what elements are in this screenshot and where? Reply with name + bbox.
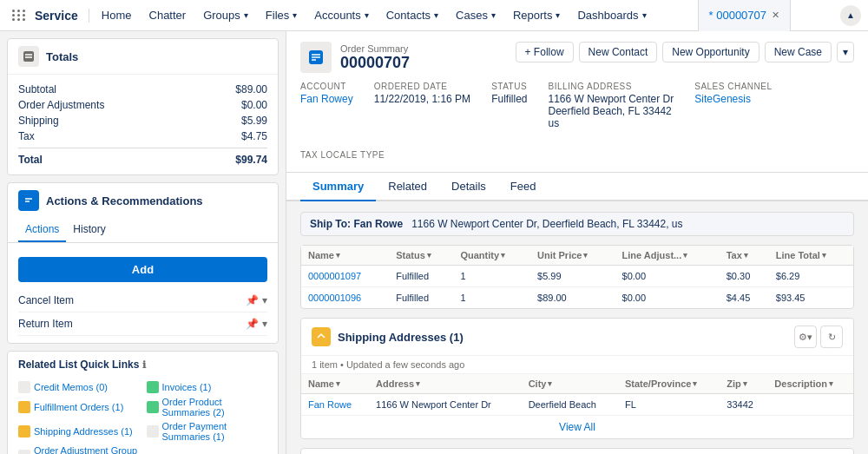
sort-icon: ▾ — [583, 251, 588, 260]
shipping-col-header[interactable]: Name ▾ — [301, 374, 369, 394]
quick-link-icon — [18, 450, 30, 454]
shipping-cell[interactable]: Fan Rowe — [301, 394, 369, 416]
totals-row: Tax$4.75 — [18, 128, 267, 144]
nav-item-groups[interactable]: Groups▾ — [194, 0, 257, 31]
pin-icon-2[interactable]: 📌 — [246, 318, 259, 330]
shipping-col-header[interactable]: Address ▾ — [369, 374, 522, 394]
close-tab-icon[interactable]: ✕ — [772, 10, 779, 21]
add-button[interactable]: Add — [18, 257, 267, 282]
refresh-icon-btn[interactable]: ↻ — [820, 326, 843, 348]
quick-link-item[interactable]: Order Adjustment Group Summaries (0) — [18, 445, 140, 454]
quick-link-item[interactable]: Invoices (1) — [147, 381, 268, 393]
totals-value: $5.99 — [241, 115, 267, 127]
order-item-cell[interactable]: 0000001096 — [301, 287, 389, 309]
quick-link-item[interactable]: Order Product Summaries (2) — [147, 397, 268, 418]
nav-item-reports[interactable]: Reports▾ — [504, 0, 569, 31]
sort-icon: ▾ — [743, 379, 747, 388]
quick-link-label: Invoices (1) — [162, 382, 212, 392]
nav-item-accounts[interactable]: Accounts▾ — [306, 0, 377, 31]
order-item-cell: $5.99 — [530, 266, 615, 287]
order-item-link[interactable]: 0000001096 — [308, 293, 361, 303]
order-items-col-header[interactable]: Tax ▾ — [720, 246, 769, 266]
new-opportunity-button[interactable]: New Opportunity — [662, 42, 759, 63]
cancel-label: Cancel Item — [18, 294, 74, 306]
grid-icon[interactable] — [7, 0, 31, 31]
app-name: Service — [31, 9, 89, 23]
quick-link-item[interactable]: Order Payment Summaries (1) — [147, 421, 268, 442]
order-items-col-header[interactable]: Line Adjust... ▾ — [615, 246, 720, 266]
nav-item-files[interactable]: Files▾ — [257, 0, 306, 31]
total-row: Total$99.74 — [18, 148, 267, 168]
user-avatar[interactable]: ▲ — [840, 5, 861, 26]
pin-icon[interactable]: 📌 — [246, 294, 259, 306]
quick-links-card: Related List Quick Links ℹ Credit Memos … — [7, 351, 279, 454]
quick-link-icon — [18, 381, 30, 393]
new-contact-button[interactable]: New Contact — [579, 42, 658, 63]
actions-tabs: Actions History — [8, 218, 278, 243]
quick-link-item[interactable]: Credit Memos (0) — [18, 381, 140, 393]
follow-button[interactable]: + Follow — [516, 42, 574, 63]
tab-actions[interactable]: Actions — [18, 218, 66, 242]
totals-title: Totals — [46, 50, 78, 63]
order-item-cell[interactable]: 0000001097 — [301, 266, 389, 287]
nav-item-home[interactable]: Home — [93, 0, 141, 31]
meta-group: Tax Locale Type — [300, 150, 385, 161]
meta-label: Sales Channel — [694, 82, 772, 91]
nav-item-chatter[interactable]: Chatter — [141, 0, 195, 31]
sort-icon: ▾ — [744, 251, 748, 260]
shipping-col-header[interactable]: Description ▾ — [767, 374, 853, 394]
shipping-col-header[interactable]: Zip ▾ — [720, 374, 767, 394]
order-items-col-header[interactable]: Status ▾ — [389, 246, 453, 266]
order-items-col-header[interactable]: Line Total ▾ — [769, 246, 853, 266]
more-actions-button[interactable]: ▾ — [837, 42, 854, 63]
order-item-cell: 1 — [453, 287, 530, 309]
new-case-button[interactable]: New Case — [765, 42, 832, 63]
order-item-cell: $0.00 — [615, 287, 720, 309]
order-items-col-header[interactable]: Quantity ▾ — [453, 246, 530, 266]
top-nav: Service HomeChatterGroups▾Files▾Accounts… — [0, 0, 868, 31]
meta-value: Fulfilled — [491, 93, 527, 105]
order-header: Order Summary 00000707 + Follow New Cont… — [286, 31, 868, 173]
tab-details[interactable]: Details — [439, 173, 498, 201]
meta-value[interactable]: Fan Rowey — [300, 93, 353, 105]
order-items-col-header[interactable]: Unit Price ▾ — [530, 246, 615, 266]
shipping-cell: 1166 W Newport Center Dr — [369, 394, 522, 416]
shipping-row: Fan Rowe1166 W Newport Center DrDeerfiel… — [301, 394, 853, 416]
totals-row: Order Adjustments$0.00 — [18, 97, 267, 113]
nav-item-contacts[interactable]: Contacts▾ — [378, 0, 447, 31]
order-items-col-header[interactable]: Name ▾ — [301, 246, 389, 266]
nav-item-cases[interactable]: Cases▾ — [447, 0, 504, 31]
sort-icon: ▾ — [822, 251, 826, 260]
chevron-down-icon-2[interactable]: ▾ — [262, 318, 267, 330]
quick-link-item[interactable]: Fulfillment Orders (1) — [18, 397, 140, 418]
tab-summary[interactable]: Summary — [300, 173, 376, 201]
tab-related[interactable]: Related — [376, 173, 439, 201]
meta-group: Sales ChannelSiteGenesis — [694, 82, 772, 129]
quick-link-item[interactable]: Shipping Addresses (1) — [18, 421, 140, 442]
tab-history[interactable]: History — [66, 218, 112, 242]
order-item-link[interactable]: 0000001097 — [308, 271, 361, 281]
shipping-col-header[interactable]: City ▾ — [522, 374, 618, 394]
action-icons-2: 📌 ▾ — [246, 318, 267, 330]
sort-icon: ▾ — [548, 379, 552, 388]
tabs-bar: SummaryRelatedDetailsFeed — [286, 173, 868, 201]
shipping-table: Name ▾Address ▾City ▾State/Province ▾Zip… — [301, 374, 853, 415]
active-tab[interactable]: * 00000707 ✕ — [698, 0, 792, 31]
nav-item-dashboards[interactable]: Dashboards▾ — [569, 0, 654, 31]
order-item-cell: 1 — [453, 266, 530, 287]
shipping-cell — [767, 394, 853, 416]
quick-link-icon — [147, 381, 159, 393]
view-all-shipping[interactable]: View All — [301, 415, 853, 438]
order-item-cell: Fulfilled — [389, 287, 453, 309]
chevron-down-icon[interactable]: ▾ — [262, 294, 267, 306]
totals-label: Order Adjustments — [18, 99, 104, 111]
meta-link[interactable]: Fan Rowey — [300, 93, 353, 105]
totals-row: Shipping$5.99 — [18, 113, 267, 128]
tab-feed[interactable]: Feed — [498, 173, 549, 201]
order-meta: AccountFan RoweyOrdered Date11/22/2019, … — [300, 82, 854, 161]
meta-link[interactable]: SiteGenesis — [694, 93, 751, 105]
settings-icon-btn[interactable]: ⚙▾ — [794, 326, 817, 348]
shipping-col-header[interactable]: State/Province ▾ — [618, 374, 720, 394]
shipping-name-link[interactable]: Fan Rowe — [308, 399, 352, 410]
meta-value[interactable]: SiteGenesis — [694, 93, 772, 105]
